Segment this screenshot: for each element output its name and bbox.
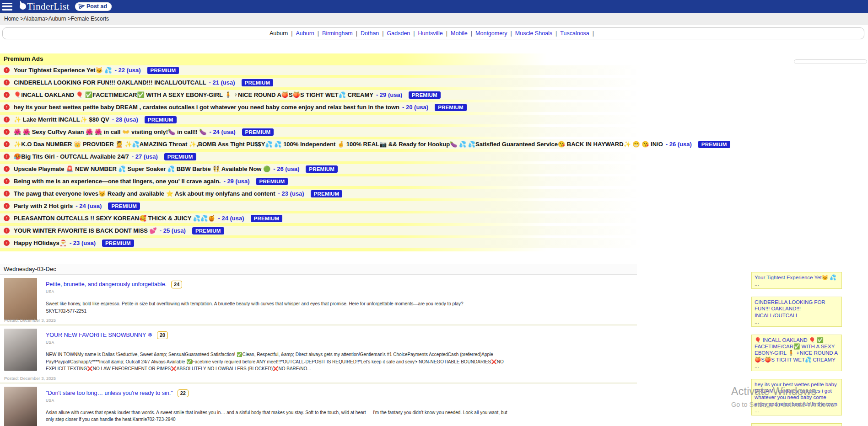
bump-up-icon: ↑ (4, 92, 10, 98)
premium-ad-age: - 24 (usa) (218, 215, 244, 222)
premium-ad-age: - 20 (usa) (402, 104, 428, 111)
premium-ad-row[interactable]: ↑ Your Tightest Experience Yet😼 💦 - 22 (… (0, 65, 868, 75)
premium-ad-row[interactable]: ↑ 🎈INCALL OAKLAND 🎈 ✅FACETIME/CAR✅ WITH … (0, 90, 868, 100)
premium-ad-title[interactable]: The pawg that everyone loves😼 Ready and … (14, 190, 275, 197)
post-ad-label: Post ad (86, 3, 107, 10)
premium-ad-title[interactable]: ✨ Lake Merritt INCALL✨ $80 QV (14, 116, 109, 123)
sidebar-ad-box[interactable]: hey its your best wettes petite baby DRE… (751, 379, 842, 415)
premium-badge: PREMIUM (192, 227, 224, 234)
premium-badge: PREMIUM (147, 67, 179, 74)
listing-card[interactable]: YOUR NEW FAVORITE SNOWBUNNY ❄20 USA NEW … (0, 325, 637, 383)
menu-icon[interactable] (2, 3, 12, 11)
sidebar-ad-box[interactable]: 🎈 INCALL OAKLAND 🎈 ✅ FACETIME/CAR✅ WITH … (751, 335, 842, 371)
listing-thumbnail[interactable] (4, 329, 37, 371)
premium-ad-title[interactable]: Your Tightest Experience Yet😼 💦 (14, 67, 112, 74)
premium-ad-row[interactable]: ↑ hey its your best wettes petite baby D… (0, 102, 868, 112)
sidebar-ad-more[interactable]: ... (755, 408, 839, 414)
site-logo[interactable]: TinderList (20, 2, 70, 11)
premium-ad-age: - 21 (usa) (209, 79, 235, 86)
premium-ad-row[interactable]: ↑ 🌺 🌺 Sexy CuRvy Asian 🌺 🌺 in call 👐 vis… (0, 127, 868, 137)
premium-ad-age: - 22 (usa) (115, 67, 141, 74)
premium-badge: PREMIUM (306, 165, 338, 173)
premium-ad-row[interactable]: ↑ Happy HOlidays🎅 - 23 (usa) PREMIUM (0, 238, 868, 248)
premium-badge: PREMIUM (145, 116, 177, 123)
premium-ad-row[interactable]: ↑ 🥵Big Tits Girl - OUTCALL Available 24/… (0, 152, 868, 161)
premium-ad-row[interactable]: ↑ ✨K.O Daa NUMBER 👑 PROVIDER 💆 ✨💦AMAZING… (0, 139, 868, 149)
city-link-mobile[interactable]: Mobile (451, 30, 468, 37)
listing-thumbnail[interactable] (4, 387, 37, 426)
sidebar-ad-box[interactable]: CINDERELLA LOOKING FOR FUN!!! OAKLAND!!!… (751, 297, 842, 327)
city-link-tuscaloosa[interactable]: Tuscaloosa (560, 30, 589, 37)
premium-ads-section: Premium Ads ↑ Your Tightest Experience Y… (0, 53, 868, 251)
premium-ad-title[interactable]: 🌺 🌺 Sexy CuRvy Asian 🌺 🌺 in call 👐 visit… (14, 128, 206, 135)
city-link-muscle-shoals[interactable]: Muscle Shoals (515, 30, 552, 37)
listing-region: USA (46, 340, 637, 345)
sidebar-ad-title[interactable]: 🎈 INCALL OAKLAND 🎈 ✅ FACETIME/CAR✅ WITH … (755, 337, 839, 363)
premium-ad-row[interactable]: ↑ Party with 2 Hot girls - 24 (usa) PREM… (0, 201, 868, 211)
city-link-dothan[interactable]: Dothan (361, 30, 379, 37)
sidebar-ad-box[interactable]: ✨ Lake Merritt INCALL✨ $80 QV ... (751, 423, 842, 426)
sidebar-ad-title[interactable]: hey its your best wettes petite baby DRE… (755, 381, 839, 408)
premium-sidebar: Your Tightest Experience Yet😼 💦 ... CIND… (751, 272, 842, 426)
premium-ad-row[interactable]: ↑ Being with me is an experience—one tha… (0, 176, 868, 186)
age-badge: 20 (157, 331, 168, 339)
sidebar-ad-more[interactable]: ... (755, 364, 839, 369)
premium-ad-age: - 24 (usa) (75, 202, 102, 209)
topbar: TinderList Post ad (0, 0, 868, 13)
scrollbar-thumb[interactable] (794, 59, 867, 64)
sidebar-ad-title[interactable]: Your Tightest Experience Yet😼 💦 (755, 274, 839, 281)
sidebar-ad-box[interactable]: Your Tightest Experience Yet😼 💦 ... (751, 272, 842, 289)
listing-title-link[interactable]: "Don't stare too long… unless you're rea… (46, 390, 173, 396)
sidebar-ad-more[interactable]: ... (755, 320, 839, 325)
premium-ad-title[interactable]: YOUR WINTER FAVORITE IS BACK DONT MISS 💕 (14, 227, 157, 234)
premium-badge: PREMIUM (164, 153, 196, 160)
sidebar-ad-more[interactable]: ... (755, 282, 839, 287)
premium-ad-title[interactable]: Party with 2 Hot girls (14, 202, 73, 209)
listing-title-link[interactable]: Petite, brunette, and dangerously unforg… (46, 281, 167, 288)
premium-ad-age: - 24 (usa) (209, 128, 235, 135)
premium-ad-age: - 23 (usa) (278, 190, 304, 197)
premium-ad-age: - 28 (usa) (112, 116, 138, 123)
bump-up-icon: ↑ (4, 240, 10, 246)
city-separator: | (413, 30, 415, 37)
city-separator: | (471, 30, 472, 37)
city-link-montgomery[interactable]: Montgomery (475, 30, 507, 37)
breadcrumb[interactable]: Home >Alabama>Auburn >Female Escorts (0, 13, 868, 25)
city-link-birmingham[interactable]: Birmingham (322, 30, 353, 37)
premium-ad-row[interactable]: ↑ ✨ Lake Merritt INCALL✨ $80 QV - 28 (us… (0, 115, 868, 124)
listing-thumbnail[interactable] (4, 278, 37, 320)
premium-ad-title[interactable]: Upscale Playmate 🚨 NEW NUMBER 💦 Super So… (14, 165, 270, 172)
listing-card[interactable]: "Don't stare too long… unless you're rea… (0, 383, 637, 426)
premium-ad-title[interactable]: Happy HOlidays🎅 (14, 240, 67, 246)
premium-ad-title[interactable]: hey its your best wettes petite baby DRE… (14, 104, 399, 111)
post-ad-button[interactable]: Post ad (75, 2, 112, 11)
paper-plane-icon (78, 3, 85, 10)
premium-ad-row[interactable]: ↑ PLEASANTON OUTCALLS !! SEXY KOREAN🥰 TH… (0, 213, 868, 223)
premium-ad-title[interactable]: 🥵Big Tits Girl - OUTCALL Available 24/7 (14, 153, 129, 160)
age-badge: 24 (171, 281, 182, 288)
bump-up-icon: ↑ (4, 80, 10, 85)
listing-description: Sweet like honey, bold like espresso. Pe… (46, 300, 510, 314)
bump-up-icon: ↑ (4, 117, 10, 122)
city-link-auburn[interactable]: Auburn (296, 30, 314, 37)
premium-ad-title[interactable]: Being with me is an experience—one that … (14, 178, 221, 185)
city-link-gadsden[interactable]: Gadsden (387, 30, 410, 37)
premium-ad-row[interactable]: ↑ The pawg that everyone loves😼 Ready an… (0, 189, 868, 198)
sidebar-ad-title[interactable]: CINDERELLA LOOKING FOR FUN!!! OAKLAND!!!… (755, 299, 839, 319)
city-links-bar: Auburn|Auburn|Birmingham|Dothan|Gadsden|… (2, 27, 864, 39)
listing-card[interactable]: Petite, brunette, and dangerously unforg… (0, 275, 637, 325)
premium-badge: PREMIUM (102, 240, 134, 247)
listing-region: USA (46, 398, 637, 403)
premium-ad-age: - 27 (usa) (132, 153, 158, 160)
premium-ad-title[interactable]: PLEASANTON OUTCALLS !! SEXY KOREAN🥰 THIC… (14, 215, 215, 222)
listing-title-link[interactable]: YOUR NEW FAVORITE SNOWBUNNY ❄ (46, 332, 152, 338)
premium-ad-title[interactable]: 🎈INCALL OAKLAND 🎈 ✅FACETIME/CAR✅ WITH A … (14, 91, 373, 98)
premium-ad-row[interactable]: ↑ YOUR WINTER FAVORITE IS BACK DONT MISS… (0, 226, 868, 235)
premium-ad-age: - 25 (usa) (160, 227, 186, 234)
premium-ad-title[interactable]: CINDERELLA LOOKING FOR FUN!!! OAKLAND!!!… (14, 79, 206, 86)
city-link-huntsville[interactable]: Huntsville (418, 30, 443, 37)
premium-ad-row[interactable]: ↑ CINDERELLA LOOKING FOR FUN!!! OAKLAND!… (0, 78, 868, 87)
premium-ad-title[interactable]: ✨K.O Daa NUMBER 👑 PROVIDER 💆 ✨💦AMAZING T… (14, 141, 663, 148)
premium-ad-age: - 26 (usa) (273, 165, 299, 172)
premium-ad-row[interactable]: ↑ Upscale Playmate 🚨 NEW NUMBER 💦 Super … (0, 164, 868, 174)
